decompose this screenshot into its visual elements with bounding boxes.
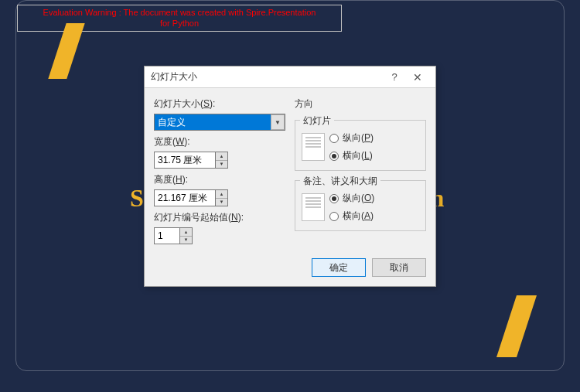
start-number-spinner-buttons: ▲ ▼ bbox=[180, 227, 193, 244]
help-icon: ? bbox=[391, 71, 397, 83]
page-icon bbox=[302, 193, 325, 221]
chevron-down-icon: ▼ bbox=[275, 119, 281, 126]
height-label: 高度(H): bbox=[154, 173, 285, 186]
notes-orientation-group: 备注、讲义和大纲 纵向(O) 横向(A) bbox=[295, 180, 426, 231]
notes-portrait-radio[interactable]: 纵向(O) bbox=[329, 192, 374, 205]
dialog-buttons: 确定 取消 bbox=[145, 252, 435, 286]
warning-line2: for Python bbox=[160, 19, 199, 28]
ok-button[interactable]: 确定 bbox=[312, 258, 366, 277]
start-number-input[interactable]: 1 bbox=[154, 227, 180, 244]
radio-icon bbox=[329, 134, 339, 143]
radio-icon bbox=[329, 194, 339, 203]
notes-legend: 备注、讲义和大纲 bbox=[300, 175, 380, 188]
slides-legend: 幻灯片 bbox=[300, 114, 334, 128]
start-number-down-button[interactable]: ▼ bbox=[180, 237, 192, 244]
dialog-title: 幻灯片大小 bbox=[151, 70, 383, 84]
close-icon: ✕ bbox=[413, 71, 422, 84]
left-column: 幻灯片大小(S): 自定义 ▼ 宽度(W): 31.75 厘米 ▲ ▼ 高度(H… bbox=[154, 96, 285, 244]
slide-size-dropdown-button[interactable]: ▼ bbox=[271, 114, 285, 130]
warning-line1: Evaluation Warning : The document was cr… bbox=[43, 8, 316, 17]
page-icon bbox=[302, 133, 325, 161]
slides-portrait-radio[interactable]: 纵向(P) bbox=[329, 131, 374, 145]
notes-landscape-radio[interactable]: 横向(A) bbox=[329, 210, 374, 223]
slide-size-select[interactable]: 自定义 ▼ bbox=[154, 114, 285, 131]
start-number-spinner[interactable]: 1 ▲ ▼ bbox=[154, 227, 193, 244]
height-down-button[interactable]: ▼ bbox=[216, 199, 227, 206]
height-spinner[interactable]: 21.167 厘米 ▲ ▼ bbox=[154, 189, 228, 206]
right-column: 方向 幻灯片 纵向(P) 横向(L) bbox=[295, 96, 426, 244]
start-number-up-button[interactable]: ▲ bbox=[180, 228, 192, 237]
slide-size-value: 自定义 bbox=[154, 114, 285, 131]
width-down-button[interactable]: ▼ bbox=[216, 161, 227, 169]
help-button[interactable]: ? bbox=[383, 70, 406, 85]
slide-size-label: 幻灯片大小(S): bbox=[154, 97, 285, 111]
start-number-label: 幻灯片编号起始值(N): bbox=[154, 211, 285, 224]
width-label: 宽度(W): bbox=[154, 135, 285, 148]
slide-size-dialog: 幻灯片大小 ? ✕ 幻灯片大小(S): 自定义 ▼ 宽度(W): 31.75 厘… bbox=[144, 66, 436, 287]
width-spinner[interactable]: 31.75 厘米 ▲ ▼ bbox=[154, 152, 228, 169]
orientation-label: 方向 bbox=[295, 97, 426, 111]
height-spinner-buttons: ▲ ▼ bbox=[216, 189, 228, 206]
slides-landscape-radio[interactable]: 横向(L) bbox=[329, 149, 374, 162]
close-button[interactable]: ✕ bbox=[406, 70, 429, 85]
cancel-button[interactable]: 取消 bbox=[372, 258, 426, 277]
height-input[interactable]: 21.167 厘米 bbox=[154, 189, 216, 206]
dialog-titlebar: 幻灯片大小 ? ✕ bbox=[145, 66, 435, 88]
dialog-body: 幻灯片大小(S): 自定义 ▼ 宽度(W): 31.75 厘米 ▲ ▼ 高度(H… bbox=[145, 88, 435, 252]
radio-icon bbox=[329, 152, 339, 161]
width-spinner-buttons: ▲ ▼ bbox=[216, 152, 228, 169]
width-up-button[interactable]: ▲ bbox=[216, 152, 227, 161]
width-input[interactable]: 31.75 厘米 bbox=[154, 152, 216, 169]
height-up-button[interactable]: ▲ bbox=[216, 190, 227, 199]
radio-icon bbox=[329, 212, 339, 221]
slides-orientation-group: 幻灯片 纵向(P) 横向(L) bbox=[295, 120, 426, 171]
